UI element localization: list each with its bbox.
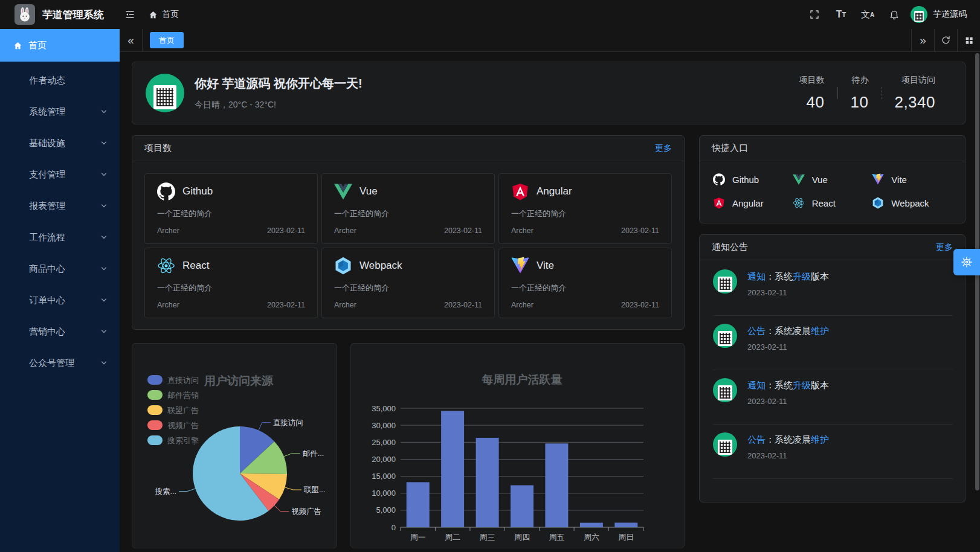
notice-date: 2023-02-11: [747, 288, 829, 297]
user-menu[interactable]: 芋道源码: [911, 6, 967, 23]
notice-title-segment: ：系统: [766, 271, 793, 281]
bell-icon[interactable]: [884, 0, 904, 29]
sidebar-item-2[interactable]: 系统管理: [0, 96, 120, 127]
sidebar-item-5[interactable]: 报表管理: [0, 190, 120, 222]
project-name: Webpack: [359, 260, 402, 272]
chevron-down-icon: [100, 265, 108, 272]
project-desc: 一个正经的简介: [157, 283, 305, 294]
pie-callout-label: 直接访问: [273, 419, 303, 427]
refresh-icon[interactable]: [934, 29, 957, 51]
project-desc: 一个正经的简介: [511, 283, 659, 294]
project-date: 2023-02-11: [267, 226, 305, 235]
layout-grid-icon[interactable]: [957, 29, 980, 51]
shortcut-label: React: [812, 198, 836, 208]
bar-2: [476, 438, 499, 527]
bar-xtick-label: 周三: [480, 533, 495, 542]
notice-title-segment: 公告: [747, 434, 766, 444]
bar-xtick-label: 周一: [410, 533, 426, 542]
chevron-down-icon: [100, 297, 108, 304]
legend-swatch[interactable]: [147, 375, 163, 385]
tab-首页[interactable]: 首页: [150, 32, 184, 48]
notice-title-segment: 升级: [793, 380, 811, 390]
home-icon: [149, 10, 158, 19]
notice-item-2[interactable]: 通知：系统升级版本 2023-02-11: [713, 370, 953, 425]
project-card-vite[interactable]: Vite 一个正经的简介 Archer 2023-02-11: [498, 248, 672, 318]
notices-more-link[interactable]: 更多: [936, 242, 953, 253]
pie-callout-label: 搜索...: [155, 487, 176, 496]
project-author: Archer: [334, 301, 356, 309]
pie-callout-label: 邮件...: [303, 449, 324, 458]
vue-icon: [334, 182, 352, 201]
sidebar-item-label: 作者动态: [29, 75, 65, 86]
shortcut-angular[interactable]: Angular: [713, 195, 793, 211]
legend-label[interactable]: 直接访问: [167, 376, 199, 385]
sidebar-item-10[interactable]: 公众号管理: [0, 347, 120, 379]
project-card-angular[interactable]: Angular 一个正经的简介 Archer 2023-02-11: [498, 173, 672, 244]
sidebar-item-9[interactable]: 营销中心: [0, 316, 120, 347]
notice-date: 2023-02-11: [747, 342, 829, 351]
sidebar-item-1[interactable]: 作者动态: [0, 65, 120, 96]
notice-item-3[interactable]: 公告：系统凌晨维护 2023-02-11: [713, 425, 953, 479]
legend-label[interactable]: 视频广告: [167, 421, 199, 430]
github-icon: [157, 182, 175, 201]
project-card-github[interactable]: Github 一个正经的简介 Archer 2023-02-11: [144, 173, 318, 244]
bar-xtick-label: 周六: [584, 533, 599, 542]
fullscreen-icon[interactable]: [804, 0, 825, 29]
rabbit-logo-icon: [17, 7, 33, 22]
sidebar-item-4[interactable]: 支付管理: [0, 159, 120, 190]
bar-xtick-label: 周日: [618, 533, 634, 542]
sidebar-item-label: 首页: [28, 40, 47, 51]
project-card-react[interactable]: React 一个正经的简介 Archer 2023-02-11: [144, 248, 318, 318]
sidebar-item-7[interactable]: 商品中心: [0, 253, 120, 284]
shortcut-github[interactable]: Github: [713, 172, 793, 187]
legend-swatch[interactable]: [147, 405, 163, 415]
bar-4: [545, 443, 568, 527]
weekly-activity-bar-chart: 每周用户活跃量 05,00010,00015,00020,00025,00030…: [350, 343, 685, 548]
app-logo: [15, 4, 35, 25]
project-card-vue[interactable]: Vue 一个正经的简介 Archer 2023-02-11: [321, 173, 495, 244]
bar-xtick-label: 周五: [549, 533, 564, 542]
notice-item-1[interactable]: 公告：系统凌晨维护 2023-02-11: [713, 316, 953, 370]
tabs-strip: 首页: [143, 29, 911, 51]
greeting-stats: 项目数 40待办 10项目访问 2,340: [787, 75, 949, 112]
sidebar-item-6[interactable]: 工作流程: [0, 222, 120, 253]
sidebar-item-3[interactable]: 基础设施: [0, 127, 120, 159]
legend-label[interactable]: 邮件营销: [167, 391, 199, 400]
tabs-scroll-right-icon[interactable]: »: [911, 29, 934, 51]
notice-item-0[interactable]: 通知：系统升级版本 2023-02-11: [713, 262, 953, 316]
legend-swatch[interactable]: [147, 390, 163, 400]
menu-fold-icon[interactable]: [120, 0, 140, 29]
breadcrumb[interactable]: 首页: [149, 9, 179, 20]
font-size-icon[interactable]: TT: [831, 0, 851, 29]
app-logo-area[interactable]: 芋道管理系统: [0, 4, 120, 25]
breadcrumb-home: 首页: [162, 9, 179, 20]
legend-swatch[interactable]: [147, 420, 163, 430]
legend-swatch[interactable]: [147, 435, 163, 445]
project-name: Vue: [359, 185, 378, 197]
sidebar-item-8[interactable]: 订单中心: [0, 284, 120, 316]
pie-callout-label: 视频广告: [291, 507, 321, 516]
notices-panel: 通知公告 更多 通知：系统升级版本 2023-02-11 公告：系统凌晨维护 2…: [699, 234, 965, 502]
shortcut-vite[interactable]: Vite: [872, 172, 952, 187]
home-icon: [13, 41, 22, 50]
shortcut-webpack[interactable]: Webpack: [872, 195, 952, 211]
bar-ytick-label: 0: [392, 523, 396, 532]
shortcut-react[interactable]: React: [793, 195, 872, 211]
user-name: 芋道源码: [933, 9, 967, 20]
locale-icon[interactable]: 文A: [857, 0, 878, 29]
project-card-webpack[interactable]: Webpack 一个正经的简介 Archer 2023-02-11: [321, 248, 495, 318]
project-name: Angular: [537, 185, 572, 197]
bar-3: [511, 486, 534, 528]
notice-title-segment: 升级: [793, 271, 811, 281]
shortcut-label: Angular: [732, 198, 764, 208]
tabs-scroll-left-icon[interactable]: «: [120, 29, 143, 51]
tabbar: « 首页 »: [120, 29, 980, 52]
sidebar-item-home[interactable]: 首页: [0, 29, 120, 62]
legend-label[interactable]: 搜索引擎: [167, 436, 199, 445]
legend-label[interactable]: 联盟广告: [167, 406, 199, 415]
shortcuts-panel: 快捷入口 Github Vue Vite Angular React Webpa…: [699, 135, 965, 223]
shortcut-vue[interactable]: Vue: [793, 172, 872, 187]
project-name: React: [182, 260, 209, 272]
settings-fab[interactable]: [953, 249, 980, 275]
projects-more-link[interactable]: 更多: [655, 143, 672, 154]
